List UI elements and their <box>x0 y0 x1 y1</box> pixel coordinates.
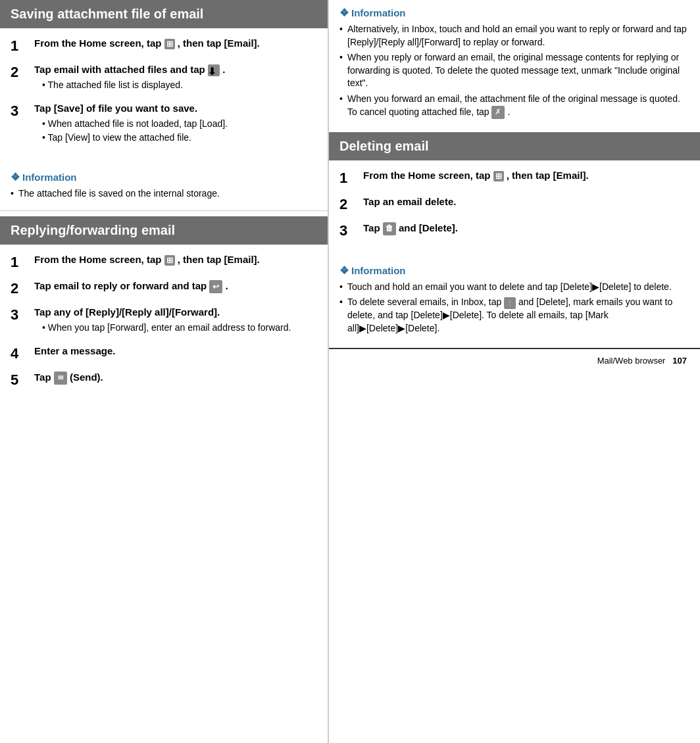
info-deleting-title: ❖ Information <box>339 264 689 277</box>
info-deleting: ❖ Information Touch and hold an email yo… <box>329 264 700 335</box>
step-delete-2-label: Tap an email delete. <box>363 196 456 207</box>
download-icon: ⬇ <box>208 64 220 76</box>
step-delete-1-label2: , then tap [Email]. <box>507 170 589 181</box>
step-reply-2: 2 Tap email to reply or forward and tap … <box>11 279 317 297</box>
grid-icon <box>164 39 175 49</box>
step-number-3: 3 <box>11 101 34 120</box>
section-replying-content: 1 From the Home screen, tap , then tap [… <box>0 252 328 407</box>
step-reply-3-sub: When you tap [Forward], enter an email a… <box>34 322 317 335</box>
info-saving: ❖ Information The attached file is saved… <box>0 171 328 201</box>
step-delete-2-text: Tap an email delete. <box>363 195 689 208</box>
footer-section: Mail/Web browser 107 <box>597 356 687 366</box>
step-reply-2-text: Tap email to reply or forward and tap ↩ … <box>34 279 317 293</box>
step-saving-3-sub-2: Tap [View] to view the attached file. <box>42 132 317 145</box>
step-saving-3-label: Tap [Save] of file you want to save. <box>34 103 197 114</box>
grid-icon-delete1 <box>493 171 504 181</box>
cancel-icon: ✗ <box>491 106 505 119</box>
info-right-item-2: When you reply or forward an email, the … <box>339 51 689 90</box>
section-deleting-content: 1 From the Home screen, tap , then tap [… <box>329 168 700 258</box>
step-reply-num-5: 5 <box>11 370 34 389</box>
step-delete-3-label2: and [Delete]. <box>399 222 458 233</box>
info-right-item-1: Alternatively, in Inbox, touch and hold … <box>339 23 689 49</box>
step-saving-3-text: Tap [Save] of file you want to save. Whe… <box>34 101 317 146</box>
section-replying: Replying/forwarding email 1 From the Hom… <box>0 216 328 407</box>
step-delete-3-label: Tap <box>363 222 383 233</box>
grid-icon-reply1 <box>164 255 175 266</box>
step-saving-2-sub: The attached file list is displayed. <box>34 79 317 92</box>
step-reply-1-label: From the Home screen, tap <box>34 254 164 265</box>
step-saving-2-label: Tap email with attached files and tap <box>34 64 208 75</box>
info-saving-item-1: The attached file is saved on the intern… <box>11 187 317 201</box>
step-reply-3-text: Tap any of [Reply]/[Reply all]/[Forward]… <box>34 305 317 336</box>
step-reply-num-1: 1 <box>11 252 34 271</box>
step-reply-5-label2: (Send). <box>70 372 103 383</box>
step-delete-3: 3 Tap 🗑 and [Delete]. <box>339 221 689 239</box>
step-reply-3-sub-1: When you tap [Forward], enter an email a… <box>42 322 317 335</box>
send-icon: ✉ <box>54 372 67 385</box>
step-reply-3-label: Tap any of [Reply]/[Reply all]/[Forward]… <box>34 306 220 318</box>
section-replying-header: Replying/forwarding email <box>0 216 328 245</box>
step-delete-2: 2 Tap an email delete. <box>339 195 689 213</box>
info-right-items: Alternatively, in Inbox, touch and hold … <box>339 23 689 119</box>
section-saving-content: 1 From the Home screen, tap , then tap [… <box>0 36 328 164</box>
step-reply-4-text: Enter a message. <box>34 344 317 358</box>
step-saving-2: 2 Tap email with attached files and tap … <box>11 62 317 93</box>
right-column: ❖ Information Alternatively, in Inbox, t… <box>329 0 700 743</box>
step-delete-num-3: 3 <box>339 221 363 239</box>
section-deleting-header: Deleting email <box>329 132 700 160</box>
step-saving-3: 3 Tap [Save] of file you want to save. W… <box>11 101 317 146</box>
info-saving-title: ❖ Information <box>11 171 317 183</box>
step-reply-5: 5 Tap ✉ (Send). <box>11 370 317 389</box>
footer-page: 107 <box>672 356 687 366</box>
step-reply-3: 3 Tap any of [Reply]/[Reply all]/[Forwar… <box>11 305 317 336</box>
step-saving-2-text: Tap email with attached files and tap ⬇ … <box>34 62 317 93</box>
step-delete-1: 1 From the Home screen, tap , then tap [… <box>339 168 689 187</box>
step-saving-2-sub-1: The attached file list is displayed. <box>42 79 317 92</box>
info-diamond-icon: ❖ <box>11 171 20 183</box>
step-delete-num-1: 1 <box>339 168 363 187</box>
step-reply-num-4: 4 <box>11 344 34 362</box>
step-reply-2-label2: . <box>226 280 228 291</box>
step-saving-1-label2: , then tap [Email]. <box>178 37 260 49</box>
step-delete-1-label: From the Home screen, tap <box>363 170 493 181</box>
step-saving-1-text: From the Home screen, tap , then tap [Em… <box>34 36 317 50</box>
step-reply-5-label: Tap <box>34 372 54 383</box>
info-deleting-items: Touch and hold an email you want to dele… <box>339 281 689 335</box>
step-saving-2-label2: . <box>222 64 225 75</box>
step-number-1: 1 <box>11 36 34 55</box>
step-reply-4-label: Enter a message. <box>34 345 115 356</box>
step-saving-3-sub-1: When attached file is not loaded, tap [L… <box>42 118 317 131</box>
reply-icon: ↩ <box>209 280 222 293</box>
step-reply-5-text: Tap ✉ (Send). <box>34 370 317 385</box>
left-column: Saving attachment file of email 1 From t… <box>0 0 329 743</box>
step-reply-4: 4 Enter a message. <box>11 344 317 362</box>
menu-icon: ⋮ <box>504 297 516 309</box>
page-footer: Mail/Web browser 107 <box>329 348 700 372</box>
section-saving-header: Saving attachment file of email <box>0 0 328 28</box>
step-delete-1-text: From the Home screen, tap , then tap [Em… <box>363 168 689 182</box>
info-diamond-icon-delete: ❖ <box>339 264 349 277</box>
info-right-title: ❖ Information <box>339 7 689 19</box>
info-diamond-icon-right: ❖ <box>339 7 349 19</box>
step-delete-num-2: 2 <box>339 195 363 213</box>
info-saving-items: The attached file is saved on the intern… <box>11 187 317 201</box>
step-saving-1: 1 From the Home screen, tap , then tap [… <box>11 36 317 55</box>
step-reply-num-2: 2 <box>11 279 34 297</box>
info-right-item-3: When you forward an email, the attachmen… <box>339 93 689 119</box>
section-saving: Saving attachment file of email 1 From t… <box>0 0 328 200</box>
info-deleting-item-2: To delete several emails, in Inbox, tap … <box>339 296 689 335</box>
step-delete-3-text: Tap 🗑 and [Delete]. <box>363 221 689 235</box>
step-reply-1-label2: , then tap [Email]. <box>178 254 260 265</box>
step-reply-2-label: Tap email to reply or forward and tap <box>34 280 209 291</box>
step-saving-3-sub: When attached file is not loaded, tap [L… <box>34 118 317 145</box>
trash-icon: 🗑 <box>383 222 396 235</box>
step-reply-1: 1 From the Home screen, tap , then tap [… <box>11 252 317 271</box>
section-deleting: Deleting email 1 From the Home screen, t… <box>329 132 700 335</box>
step-saving-1-label: From the Home screen, tap <box>34 37 164 49</box>
step-reply-1-text: From the Home screen, tap , then tap [Em… <box>34 252 317 266</box>
step-reply-num-3: 3 <box>11 305 34 324</box>
info-deleting-item-1: Touch and hold an email you want to dele… <box>339 281 689 294</box>
step-number-2: 2 <box>11 62 34 81</box>
info-right-top: ❖ Information Alternatively, in Inbox, t… <box>329 0 700 132</box>
